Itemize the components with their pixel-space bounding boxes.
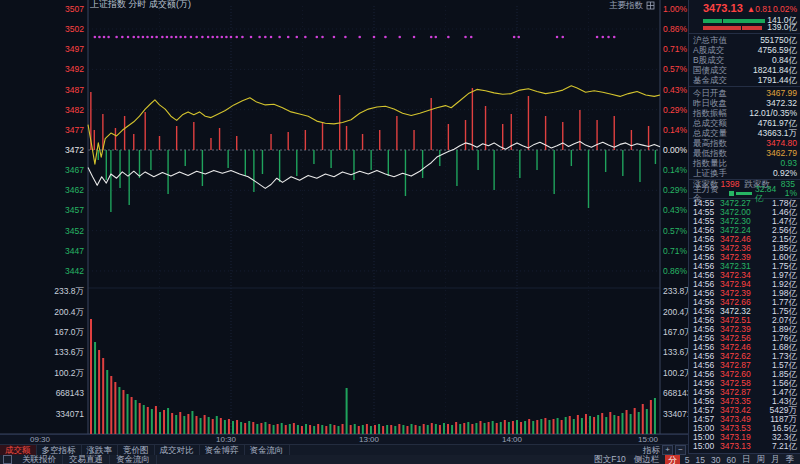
volume-bar — [504, 420, 506, 434]
status-item-关联报价[interactable]: 关联报价 — [16, 454, 63, 464]
axis-label: 0.57% — [663, 226, 688, 236]
status-item-交易直通[interactable]: 交易直通 — [63, 454, 110, 464]
intraday-chart[interactable]: 35071.00%35020.86%34970.71%34920.57%3487… — [0, 0, 688, 434]
volume-bar — [118, 387, 120, 434]
panel-stat-row: 指数振幅12.01/0.35% — [689, 108, 800, 118]
marker-dot — [98, 36, 101, 39]
marker-dot — [333, 36, 336, 39]
subchart-tab-涨跌率[interactable]: 涨跌率 — [82, 445, 119, 455]
subchart-tab-资金博弈[interactable]: 资金博弈 — [200, 445, 245, 455]
status-item-侧边栏[interactable]: 侧边栏 — [630, 454, 664, 464]
volume-bar — [520, 422, 522, 434]
status-item-图文F10[interactable]: 图文F10 — [590, 454, 630, 464]
period-button-季[interactable]: 季 — [783, 454, 798, 464]
subchart-tabs: 成交额多空指标涨跌率竞价图成交对比资金博弈资金流向 指标 + − — [0, 444, 688, 455]
volume-bar — [183, 416, 185, 434]
volume-bar — [187, 414, 189, 434]
marker-dot — [344, 36, 347, 39]
volume-bar — [163, 410, 165, 434]
marker-dot — [264, 36, 267, 39]
volume-bar — [467, 422, 469, 434]
panel-stat-row: 上证换手0.92% — [689, 168, 800, 178]
marker-dot — [373, 36, 376, 39]
volume-bar — [293, 423, 295, 434]
volume-bar — [285, 425, 287, 434]
status-item-资金流向[interactable]: 资金流向 — [110, 454, 157, 464]
marker-dot — [304, 36, 307, 39]
volume-bar — [544, 418, 546, 434]
volume-bar — [321, 425, 323, 434]
volume-bar — [256, 424, 258, 434]
volume-bar — [642, 404, 644, 434]
panel-stat-row: 最低指数3462.79 — [689, 148, 800, 158]
marker-dot — [430, 36, 433, 39]
subchart-tab-成交对比[interactable]: 成交对比 — [155, 445, 200, 455]
axis-label: 100.2万 — [663, 368, 688, 378]
volume-bar — [553, 419, 555, 434]
volume-bar — [139, 403, 141, 434]
marker-dot — [358, 36, 361, 39]
axis-label: 上证指数 分时 成交额(万) — [90, 0, 191, 9]
volume-bar — [98, 350, 100, 434]
zoom-in-button[interactable]: + — [662, 445, 673, 455]
period-button-30[interactable]: 30 — [708, 455, 723, 464]
volume-bar — [565, 417, 567, 434]
period-button-日[interactable]: 日 — [739, 454, 754, 464]
axis-label: 3452 — [65, 226, 84, 236]
indicator-label: 指标 — [643, 445, 660, 455]
volume-bar — [269, 424, 271, 434]
volume-bar — [386, 425, 388, 434]
axis-label: 3507 — [65, 4, 84, 14]
marker-dot — [221, 36, 224, 39]
axis-label: 100.2万 — [54, 368, 84, 378]
marker-dot — [295, 36, 298, 39]
subchart-tab-多空指标[interactable]: 多空指标 — [37, 445, 82, 455]
marker-dot — [103, 36, 106, 39]
marker-dot — [556, 36, 559, 39]
axis-label: 0.86% — [663, 24, 688, 34]
quote-panel: 3473.13 ▲0.81 0.02% 141.0亿 139.0亿 沪总市值55… — [688, 0, 800, 453]
marker-dot — [470, 36, 473, 39]
axis-label: 233.8万 — [663, 286, 688, 296]
volume-bar — [463, 423, 465, 434]
subchart-tab-资金流向[interactable]: 资金流向 — [245, 445, 290, 455]
volume-bar — [638, 412, 640, 434]
marker-dot — [132, 36, 135, 39]
volume-bar — [147, 407, 149, 434]
volume-bar — [585, 414, 587, 434]
index-change: ▲0.81 — [747, 4, 772, 14]
marker-dot — [170, 36, 173, 39]
period-button-15[interactable]: 15 — [693, 455, 708, 464]
volume-bar — [597, 415, 599, 434]
period-button-60[interactable]: 60 — [724, 455, 739, 464]
volume-bar — [613, 415, 615, 434]
marker-dot — [151, 36, 154, 39]
marker-dot — [384, 36, 387, 39]
marker-dot — [121, 36, 124, 39]
axis-label: 0.71% — [663, 246, 688, 256]
period-button-周[interactable]: 周 — [754, 454, 769, 464]
volume-bar — [548, 420, 550, 434]
period-button-分[interactable]: 分 — [665, 455, 680, 464]
axis-label: 3492 — [65, 64, 84, 74]
panel-stat-row: 最高指数3474.80 — [689, 138, 800, 148]
volume-bar — [240, 422, 242, 434]
marker-dot — [115, 36, 118, 39]
index-group-selector[interactable]: 主要指数 — [609, 0, 644, 10]
index-change-pct: 0.02% — [773, 4, 797, 14]
period-button-5[interactable]: 5 — [682, 455, 693, 464]
subchart-tab-成交额[interactable]: 成交额 — [0, 445, 37, 455]
volume-bar — [135, 400, 137, 434]
volume-bar — [500, 422, 502, 434]
volume-bar — [362, 425, 364, 434]
tick-row: 15:003473.137.21亿 — [689, 442, 800, 451]
subchart-tab-竞价图[interactable]: 竞价图 — [118, 445, 155, 455]
marker-dot — [155, 36, 158, 39]
period-button-月[interactable]: 月 — [768, 454, 783, 464]
axis-label: 334071 — [663, 409, 688, 419]
volume-bar — [516, 420, 518, 434]
zoom-out-button[interactable]: − — [675, 445, 686, 455]
tick-list[interactable]: 14:553472.271.78亿14:553472.001.46亿14:553… — [689, 199, 800, 453]
grid-icon[interactable] — [3, 455, 12, 464]
volume-bar — [110, 376, 112, 434]
